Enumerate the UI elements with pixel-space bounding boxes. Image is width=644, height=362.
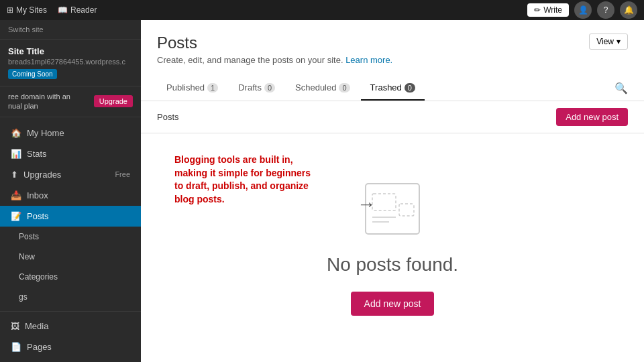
notifications-button[interactable]: 🔔 (620, 1, 637, 19)
sidebar: Switch site Site Title breads1mpl6278644… (0, 20, 141, 362)
avatar-icon: 👤 (578, 5, 588, 15)
sidebar-item-comments[interactable]: 💬 Comments (0, 357, 141, 362)
sidebar-item-pages[interactable]: 📄 Pages (0, 337, 141, 357)
pen-icon: ✏ (534, 5, 541, 15)
sidebar-item-stats[interactable]: 📊 Stats (0, 143, 141, 164)
upgrades-icon: ⬆ (11, 170, 18, 180)
inbox-icon: 📥 (11, 190, 21, 200)
bell-icon: 🔔 (624, 5, 634, 15)
chevron-down-icon: ▾ (616, 37, 621, 46)
avatar[interactable]: 👤 (574, 1, 592, 19)
site-url: breads1mpl627864455.wordpress.c (8, 58, 133, 66)
view-button[interactable]: View ▾ (589, 34, 628, 50)
content-header: Posts Create, edit, and manage the posts… (141, 20, 644, 65)
add-new-post-button[interactable]: Add new post (556, 108, 628, 126)
top-nav: ⊞ My Sites 📖 Reader ✏ Write 👤 ? 🔔 (0, 0, 644, 20)
tab-trashed[interactable]: Trashed 0 (361, 76, 425, 101)
empty-title: No posts found. (327, 254, 458, 276)
sidebar-item-categories[interactable]: Categories (0, 267, 141, 287)
search-icon[interactable]: 🔍 (614, 82, 628, 95)
switch-site[interactable]: Switch site (0, 20, 141, 40)
help-button[interactable]: ? (597, 1, 614, 19)
sidebar-divider (0, 311, 141, 312)
home-icon: 🏠 (11, 128, 21, 138)
reader-icon: 📖 (58, 5, 68, 15)
tab-published[interactable]: Published 1 (157, 76, 227, 101)
upgrade-banner: ree domain with annual plan Upgrade (0, 86, 141, 117)
posts-table-label: Posts (157, 112, 179, 122)
callout-text: Blogging tools are built in, making it s… (174, 154, 322, 206)
stats-icon: 📊 (11, 149, 21, 159)
reader-link[interactable]: 📖 Reader (58, 5, 97, 15)
add-new-post-center-button[interactable]: Add new post (351, 292, 435, 316)
grid-icon: ⊞ (7, 5, 13, 15)
sidebar-item-inbox[interactable]: 📥 Inbox (0, 185, 141, 206)
tab-drafts[interactable]: Drafts 0 (229, 76, 284, 101)
free-badge: Free (115, 170, 130, 178)
empty-state: Blogging tools are built in, making it s… (141, 133, 644, 362)
sidebar-item-my-home[interactable]: 🏠 My Home (0, 123, 141, 143)
write-button[interactable]: ✏ Write (527, 3, 569, 17)
callout: Blogging tools are built in, making it s… (174, 154, 322, 206)
coming-soon-badge: Coming Soon (8, 69, 57, 79)
sidebar-item-new[interactable]: New (0, 247, 141, 267)
sidebar-item-tags[interactable]: gs (0, 287, 141, 307)
top-nav-left: ⊞ My Sites 📖 Reader (7, 5, 517, 15)
main-content: Posts Create, edit, and manage the posts… (141, 20, 644, 362)
site-info: Site Title breads1mpl627864455.wordpress… (0, 40, 141, 86)
page-desc: Create, edit, and manage the posts on yo… (157, 55, 392, 65)
upgrade-button[interactable]: Upgrade (94, 95, 133, 107)
sidebar-nav: 🏠 My Home 📊 Stats ⬆ Upgrades Free 📥 Inbo… (0, 117, 141, 362)
posts-icon: 📝 (11, 211, 21, 221)
learn-more-link[interactable]: Learn more. (345, 55, 392, 65)
pages-icon: 📄 (11, 342, 21, 352)
tabs-bar: Published 1 Drafts 0 Scheduled 0 Trashed… (141, 76, 644, 101)
top-nav-right: ✏ Write 👤 ? 🔔 (527, 1, 637, 19)
sidebar-item-posts-sub[interactable]: Posts (0, 227, 141, 247)
site-title: Site Title (8, 46, 133, 56)
media-icon: 🖼 (11, 321, 19, 331)
sidebar-item-posts[interactable]: 📝 Posts ◀ (0, 206, 141, 227)
page-title: Posts (157, 34, 392, 52)
upgrade-text: ree domain with annual plan (8, 92, 70, 111)
sidebar-item-media[interactable]: 🖼 Media (0, 316, 141, 337)
main-layout: Switch site Site Title breads1mpl6278644… (0, 20, 644, 362)
help-icon: ? (604, 5, 608, 15)
content-header-left: Posts Create, edit, and manage the posts… (157, 34, 392, 65)
my-sites-link[interactable]: ⊞ My Sites (7, 5, 47, 15)
tab-scheduled[interactable]: Scheduled 0 (286, 76, 360, 101)
sidebar-item-upgrades[interactable]: ⬆ Upgrades Free (0, 164, 141, 185)
posts-table-header: Posts Add new post (141, 101, 644, 133)
callout-arrow: → (357, 194, 376, 215)
